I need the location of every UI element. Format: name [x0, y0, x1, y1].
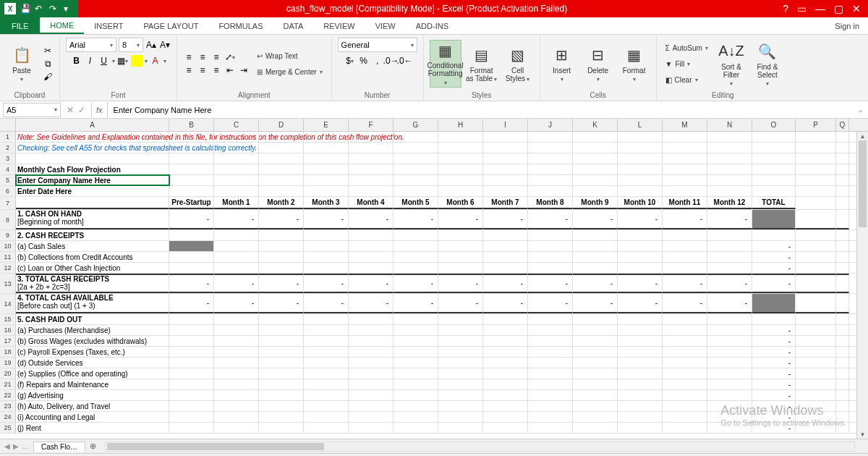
border-button[interactable]: ▦▾: [117, 55, 129, 67]
cell[interactable]: Month 1: [214, 197, 259, 209]
cell[interactable]: [663, 401, 707, 411]
cell[interactable]: [214, 175, 259, 185]
cell[interactable]: [393, 423, 438, 433]
redo-icon[interactable]: ↷: [49, 4, 59, 14]
cell[interactable]: [663, 153, 707, 164]
cell[interactable]: [393, 336, 438, 346]
cell[interactable]: [349, 263, 393, 273]
font-size-select[interactable]: 8▾: [119, 38, 143, 52]
cell[interactable]: Month 11: [663, 197, 707, 209]
cell[interactable]: [663, 325, 707, 335]
cell[interactable]: [483, 132, 528, 142]
cell[interactable]: [707, 423, 752, 433]
cell[interactable]: [304, 390, 349, 400]
cell[interactable]: [528, 358, 573, 368]
cell[interactable]: [707, 336, 752, 346]
cell[interactable]: [618, 164, 663, 174]
cell[interactable]: [214, 143, 259, 153]
cell[interactable]: -: [752, 423, 796, 433]
row-header[interactable]: 15: [0, 314, 16, 324]
row-header[interactable]: 9: [0, 230, 16, 240]
cell[interactable]: [752, 210, 796, 229]
cell[interactable]: [663, 186, 707, 196]
save-icon[interactable]: 💾: [20, 4, 30, 14]
cell[interactable]: [304, 153, 349, 164]
cell[interactable]: [393, 314, 438, 324]
cell[interactable]: 1. CASH ON HAND[Beginning of month]: [16, 210, 169, 229]
cell[interactable]: -: [752, 368, 796, 379]
row-header[interactable]: 4: [0, 164, 16, 174]
align-middle-icon[interactable]: ≡: [197, 51, 208, 63]
cell[interactable]: [752, 314, 796, 324]
cell[interactable]: [707, 143, 752, 153]
cell[interactable]: [796, 197, 836, 209]
cell[interactable]: [707, 252, 752, 262]
cell[interactable]: -: [483, 210, 528, 229]
cell[interactable]: Pre-Startup: [169, 197, 214, 209]
cell[interactable]: [304, 175, 349, 185]
tab-file[interactable]: FILE: [0, 17, 40, 34]
cell[interactable]: [16, 153, 169, 164]
cell[interactable]: -: [259, 274, 304, 293]
cell[interactable]: [528, 336, 573, 346]
cell[interactable]: -: [438, 294, 483, 313]
cell[interactable]: [528, 164, 573, 174]
cell[interactable]: [707, 241, 752, 251]
cell[interactable]: -: [707, 210, 752, 229]
cell[interactable]: [304, 423, 349, 433]
cell[interactable]: (c) Payroll Expenses (Taxes, etc.): [16, 347, 169, 357]
cell[interactable]: [259, 252, 304, 262]
tab-home[interactable]: HOME: [40, 17, 84, 34]
cell[interactable]: [438, 314, 483, 324]
font-name-select[interactable]: Arial▾: [66, 38, 116, 52]
cell[interactable]: -: [752, 390, 796, 400]
cell[interactable]: [528, 314, 573, 324]
horizontal-scrollbar[interactable]: [105, 442, 855, 452]
cell[interactable]: [528, 153, 573, 164]
cell[interactable]: [528, 132, 573, 142]
cell[interactable]: Month 7: [483, 197, 528, 209]
cell[interactable]: [349, 314, 393, 324]
cell[interactable]: -: [663, 274, 707, 293]
cell[interactable]: [836, 230, 849, 240]
cell[interactable]: -: [304, 274, 349, 293]
cell[interactable]: -: [214, 294, 259, 313]
sheet-nav-prev-icon[interactable]: ◀: [4, 442, 10, 450]
sign-in-link[interactable]: Sign in: [826, 17, 868, 34]
cell[interactable]: [304, 164, 349, 174]
cell[interactable]: [836, 423, 849, 433]
cell[interactable]: [483, 336, 528, 346]
scroll-thumb[interactable]: [859, 140, 867, 227]
underline-button[interactable]: U: [98, 55, 110, 67]
cell[interactable]: [259, 241, 304, 251]
cell[interactable]: [259, 314, 304, 324]
cell[interactable]: [796, 230, 836, 240]
cell[interactable]: [304, 143, 349, 153]
cell[interactable]: [438, 252, 483, 262]
cell[interactable]: -: [438, 274, 483, 293]
cell[interactable]: [707, 153, 752, 164]
cell[interactable]: [707, 401, 752, 411]
align-bottom-icon[interactable]: ≡: [210, 51, 222, 63]
cell[interactable]: [707, 132, 752, 142]
row-header[interactable]: 23: [0, 401, 16, 411]
col-header-o[interactable]: O: [752, 119, 796, 131]
cell[interactable]: [169, 379, 214, 389]
cell[interactable]: [304, 314, 349, 324]
cell[interactable]: 2. CASH RECEIPTS: [16, 230, 169, 240]
cell[interactable]: -: [752, 263, 796, 273]
cell[interactable]: [796, 153, 836, 164]
cell[interactable]: [349, 358, 393, 368]
cell[interactable]: -: [752, 274, 796, 293]
cell[interactable]: [304, 368, 349, 379]
cell[interactable]: [618, 175, 663, 185]
cell[interactable]: -: [752, 347, 796, 357]
cell[interactable]: -: [618, 294, 663, 313]
scroll-down-icon[interactable]: ▼: [857, 430, 868, 439]
cell[interactable]: -: [304, 210, 349, 229]
cell[interactable]: [349, 325, 393, 335]
merge-center-button[interactable]: ⊞Merge & Center▾: [254, 64, 326, 79]
cell[interactable]: [618, 401, 663, 411]
cell[interactable]: -: [483, 294, 528, 313]
col-header-m[interactable]: M: [663, 119, 707, 131]
